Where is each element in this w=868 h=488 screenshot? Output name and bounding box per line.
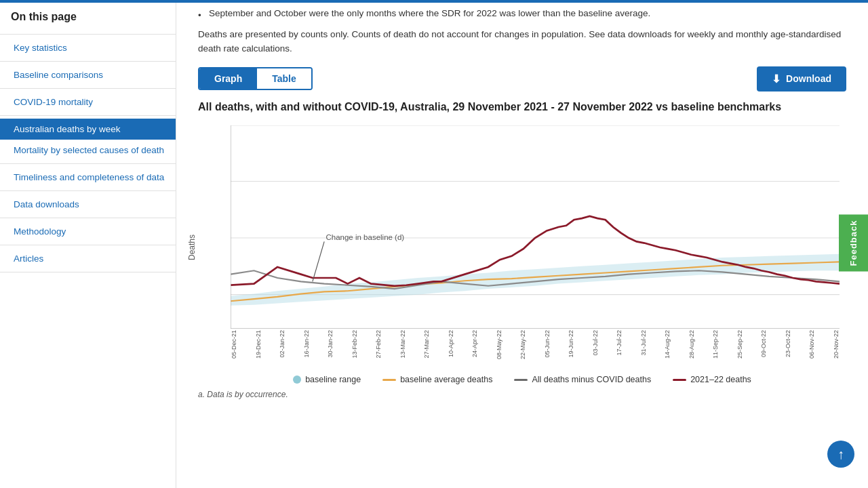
bullet-point-1: • September and October were the only mo… — [198, 7, 846, 22]
sidebar-divider — [0, 34, 176, 35]
svg-line-9 — [313, 242, 324, 282]
sidebar-divider — [0, 190, 176, 191]
sidebar-item-data-downloads[interactable]: Data downloads — [0, 194, 176, 215]
sidebar-divider — [0, 115, 176, 116]
legend-line-icon — [514, 379, 528, 381]
x-label: 11-Sep-22 — [712, 330, 719, 359]
sidebar-divider — [0, 218, 176, 218]
toolbar: GraphTable ⬇ Download — [198, 66, 846, 92]
annotation-text: Change in baseline (d) — [326, 234, 404, 242]
baseline-range-band — [231, 254, 840, 306]
sidebar-item-mortality-by-selected-causes[interactable]: Mortality by selected causes of death — [0, 140, 176, 161]
x-label: 05-Dec-21 — [231, 330, 237, 359]
tab-graph[interactable]: Graph — [199, 68, 257, 89]
sidebar-title: On this page — [0, 11, 176, 31]
x-label: 13-Mar-22 — [399, 330, 406, 359]
x-label: 03-Jul-22 — [592, 330, 599, 356]
legend-item: All deaths minus COVID deaths — [514, 375, 651, 384]
legend-line-icon — [382, 379, 396, 381]
sidebar-item-australian-deaths-by-week[interactable]: Australian deaths by week — [0, 119, 176, 140]
legend-item: baseline range — [293, 375, 361, 384]
sidebar-item-methodology[interactable]: Methodology — [0, 221, 176, 242]
x-label: 19-Dec-21 — [255, 330, 262, 359]
chart-container: Deaths 4,500 4,000 3,500 3,000 — [198, 125, 846, 369]
x-label: 24-Apr-22 — [471, 330, 478, 357]
x-label: 05-Jun-22 — [544, 330, 551, 358]
sidebar: On this page Key statisticsBaseline comp… — [0, 0, 176, 488]
sidebar-item-baseline-comparisons[interactable]: Baseline comparisons — [0, 64, 176, 85]
x-label: 25-Sep-22 — [736, 330, 743, 359]
legend-label: baseline average deaths — [400, 375, 492, 384]
x-label: 09-Oct-22 — [760, 330, 767, 357]
sidebar-divider — [0, 61, 176, 62]
progress-bar — [0, 0, 176, 3]
x-label: 14-Aug-22 — [664, 330, 671, 359]
x-label: 20-Nov-22 — [833, 330, 840, 359]
sidebar-divider — [0, 272, 176, 272]
x-label: 31-Jul-22 — [640, 330, 647, 356]
sidebar-divider — [0, 163, 176, 164]
scroll-to-top-button[interactable]: ↑ — [827, 441, 854, 468]
x-label: 22-May-22 — [519, 330, 526, 359]
tab-group: GraphTable — [198, 67, 313, 90]
x-label: 27-Mar-22 — [423, 330, 430, 359]
y-axis-label: Deaths — [187, 235, 197, 260]
sidebar-item-key-statistics[interactable]: Key statistics — [0, 37, 176, 58]
legend-area: baseline rangebaseline average deathsAll… — [198, 375, 846, 384]
chart-inner: Deaths 4,500 4,000 3,500 3,000 — [198, 125, 846, 369]
x-axis-labels: 05-Dec-2119-Dec-2102-Jan-2216-Jan-2230-J… — [231, 330, 840, 369]
x-label: 02-Jan-22 — [279, 330, 285, 358]
body-text: Deaths are presented by counts only. Cou… — [198, 28, 846, 56]
x-label: 13-Feb-22 — [351, 330, 358, 359]
sidebar-divider — [0, 88, 176, 89]
legend-label: All deaths minus COVID deaths — [532, 375, 651, 384]
x-label: 17-Jul-22 — [616, 330, 623, 356]
footnote: a. Data is by occurrence. — [198, 390, 846, 399]
legend-line-icon — [673, 379, 686, 381]
download-arrow-icon: ⬇ — [772, 73, 781, 85]
legend-item: baseline average deaths — [382, 375, 492, 384]
x-label: 06-Nov-22 — [808, 330, 815, 359]
bullet-text-1: September and October were the only mont… — [209, 7, 650, 22]
x-label: 10-Apr-22 — [448, 330, 454, 357]
feedback-button[interactable]: Feedback — [839, 215, 868, 272]
tab-table[interactable]: Table — [257, 68, 311, 89]
sidebar-item-timeliness-and-completeness[interactable]: Timeliness and completeness of data — [0, 167, 176, 188]
x-label: 28-Aug-22 — [688, 330, 695, 359]
main-content: • September and October were the only mo… — [176, 0, 868, 488]
legend-label: 2021–22 deaths — [690, 375, 751, 384]
sidebar-item-covid-19-mortality[interactable]: COVID-19 mortality — [0, 92, 176, 113]
chart-svg: 4,500 4,000 3,500 3,000 Change in — [231, 125, 840, 329]
download-label: Download — [786, 73, 831, 84]
chart-area: 4,500 4,000 3,500 3,000 Change in — [231, 125, 840, 329]
chart-title: All deaths, with and without COVID-19, A… — [198, 100, 846, 115]
legend-item: 2021–22 deaths — [673, 375, 751, 384]
download-button[interactable]: ⬇ Download — [757, 66, 846, 92]
x-label: 19-Jun-22 — [568, 330, 574, 358]
x-label: 23-Oct-22 — [785, 330, 791, 357]
bullet-dot: • — [198, 9, 203, 22]
x-label: 30-Jan-22 — [327, 330, 334, 358]
legend-circle-icon — [293, 375, 301, 384]
x-label: 16-Jan-22 — [303, 330, 310, 358]
x-label: 08-May-22 — [496, 330, 502, 359]
sidebar-divider — [0, 245, 176, 245]
x-label: 27-Feb-22 — [375, 330, 382, 359]
legend-label: baseline range — [305, 375, 361, 384]
sidebar-item-articles[interactable]: Articles — [0, 248, 176, 269]
